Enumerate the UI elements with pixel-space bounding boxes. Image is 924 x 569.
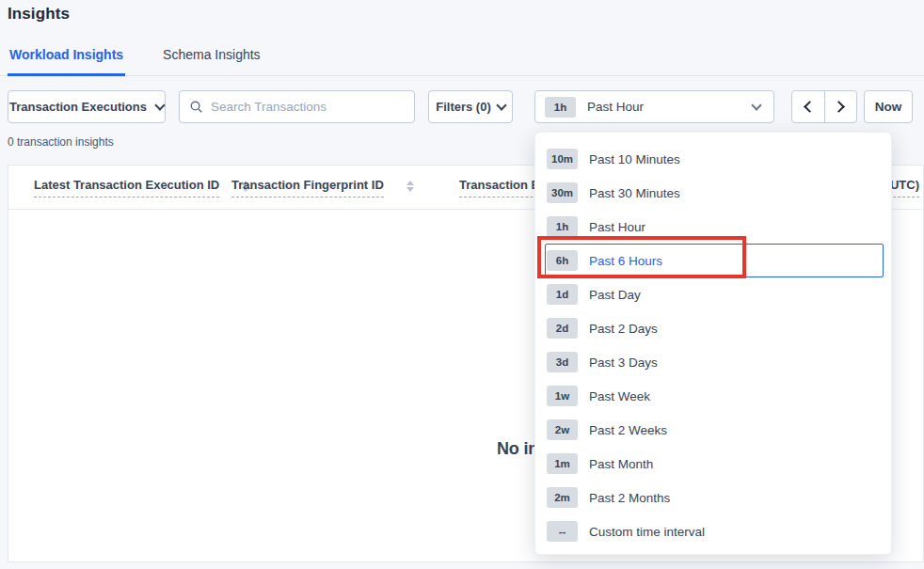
column-header-transaction-fingerprint-id[interactable]: Transaction Fingerprint ID: [231, 178, 414, 198]
tab-workload-insights[interactable]: Workload Insights: [8, 41, 125, 76]
time-option-badge: --: [547, 521, 578, 542]
time-option-2w[interactable]: 2w Past 2 Weeks: [545, 413, 884, 447]
time-option-label: Past 30 Minutes: [589, 186, 680, 200]
prev-interval-button[interactable]: [792, 91, 825, 122]
workload-type-select-label: Transaction Executions: [9, 100, 147, 114]
time-option-label: Past 2 Days: [589, 322, 658, 336]
time-option-1h[interactable]: 1h Past Hour: [545, 210, 884, 244]
time-option-3d[interactable]: 3d Past 3 Days: [545, 345, 884, 379]
sort-icon[interactable]: [406, 181, 414, 192]
chevron-down-icon: [496, 100, 506, 110]
time-option-badge: 2d: [547, 318, 578, 339]
time-option-badge: 1h: [547, 216, 578, 237]
time-option-badge: 2m: [547, 487, 578, 508]
time-option-label: Past Week: [589, 389, 650, 403]
time-option-label: Past 6 Hours: [589, 254, 662, 268]
time-option-badge: 2w: [547, 419, 578, 440]
insights-page: Insights Workload Insights Schema Insigh…: [0, 0, 924, 569]
time-option-10m[interactable]: 10m Past 10 Minutes: [545, 142, 884, 176]
time-option-label: Past 2 Months: [589, 491, 670, 505]
time-option-custom[interactable]: -- Custom time interval: [545, 514, 884, 548]
time-interval-dropdown: 10m Past 10 Minutes 30m Past 30 Minutes …: [534, 132, 892, 555]
time-range-picker[interactable]: 1h Past Hour: [534, 90, 774, 123]
time-option-label: Past 3 Days: [589, 356, 658, 370]
time-option-2d[interactable]: 2d Past 2 Days: [545, 311, 884, 345]
time-option-badge: 30m: [547, 182, 578, 203]
time-option-badge: 3d: [547, 352, 578, 372]
search-box[interactable]: [179, 90, 415, 123]
time-option-badge: 1w: [547, 386, 578, 406]
now-button[interactable]: Now: [864, 90, 913, 123]
time-option-1m[interactable]: 1m Past Month: [545, 447, 884, 481]
search-input[interactable]: [211, 100, 405, 114]
time-option-badge: 1m: [547, 453, 578, 474]
page-title: Insights: [8, 5, 70, 24]
time-option-badge: 10m: [547, 149, 578, 169]
tab-schema-insights[interactable]: Schema Insights: [161, 41, 263, 75]
chevron-down-icon: [751, 100, 761, 110]
now-button-label: Now: [875, 100, 902, 114]
next-interval-button[interactable]: [825, 91, 857, 122]
time-range-label: Past Hour: [587, 100, 644, 114]
time-option-2m[interactable]: 2m Past 2 Months: [545, 481, 884, 514]
time-option-label: Past 10 Minutes: [589, 152, 680, 166]
filters-button[interactable]: Filters (0): [428, 90, 513, 123]
tab-bar: Workload Insights Schema Insights: [0, 41, 924, 76]
time-range-badge: 1h: [545, 97, 576, 118]
time-option-1d[interactable]: 1d Past Day: [545, 277, 884, 311]
chevron-left-icon: [804, 101, 816, 113]
time-option-label: Past 2 Weeks: [589, 423, 667, 437]
workload-type-select[interactable]: Transaction Executions: [8, 90, 166, 123]
search-icon: [189, 100, 203, 114]
results-count: 0 transaction insights: [8, 135, 114, 149]
time-option-label: Custom time interval: [589, 525, 705, 539]
time-option-badge: 6h: [547, 250, 578, 271]
time-option-label: Past Month: [589, 457, 653, 471]
time-option-label: Past Day: [589, 288, 641, 302]
time-option-30m[interactable]: 30m Past 30 Minutes: [545, 176, 884, 210]
column-header-latest-transaction-execution-id[interactable]: Latest Transaction Execution ID: [34, 178, 249, 198]
filters-button-label: Filters (0): [436, 100, 491, 114]
time-option-1w[interactable]: 1w Past Week: [545, 379, 884, 413]
time-pager: [791, 90, 857, 123]
time-option-badge: 1d: [547, 284, 578, 305]
chevron-down-icon: [154, 100, 165, 110]
time-option-6h[interactable]: 6h Past 6 Hours: [545, 244, 884, 277]
chevron-right-icon: [833, 101, 845, 113]
time-option-label: Past Hour: [589, 220, 645, 234]
